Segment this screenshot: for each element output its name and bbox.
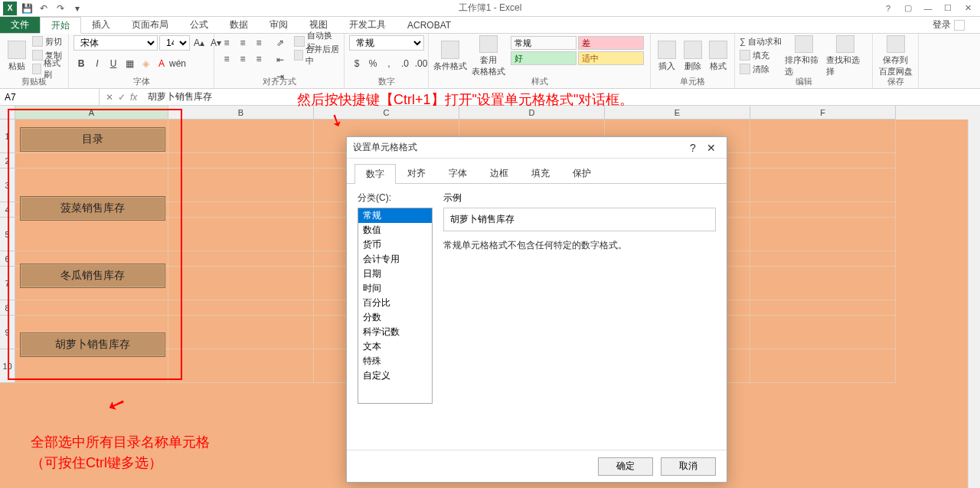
style-neutral[interactable]: 适中 — [578, 51, 644, 65]
dec-decimal-icon[interactable]: .00 — [413, 56, 429, 71]
conditional-format-button[interactable]: 条件格式 — [433, 35, 467, 77]
dialog-tab-fill[interactable]: 填充 — [520, 163, 561, 183]
font-size-select[interactable]: 14 — [159, 35, 190, 51]
align-right-icon[interactable]: ≡ — [251, 51, 266, 67]
cell[interactable] — [168, 316, 314, 349]
dialog-tab-protect[interactable]: 保护 — [561, 163, 603, 183]
tab-layout[interactable]: 页面布局 — [121, 17, 179, 33]
row-header[interactable]: 3 — [0, 169, 15, 202]
cell[interactable] — [750, 316, 896, 349]
cell[interactable] — [168, 169, 314, 202]
number-format-select[interactable]: 常规 — [349, 35, 424, 51]
style-bad[interactable]: 差 — [578, 36, 644, 50]
category-item[interactable]: 百分比 — [358, 296, 432, 310]
tab-insert[interactable]: 插入 — [81, 17, 121, 33]
category-item[interactable]: 时间 — [358, 281, 432, 296]
insert-cells-button[interactable]: 插入 — [655, 35, 678, 77]
cell[interactable] — [750, 153, 896, 169]
vertical-scrollbar[interactable] — [968, 120, 980, 488]
fill-button[interactable]: 填充 — [740, 49, 782, 61]
cell[interactable] — [168, 153, 314, 169]
ok-button[interactable]: 确定 — [598, 457, 653, 476]
name-box[interactable]: A7 — [0, 89, 100, 105]
category-item[interactable]: 自定义 — [358, 368, 432, 383]
tab-file[interactable]: 文件 — [0, 17, 40, 33]
cell[interactable] — [168, 218, 314, 251]
col-header-f[interactable]: F — [750, 106, 896, 120]
category-item[interactable]: 文本 — [358, 339, 432, 354]
help-icon[interactable]: ? — [879, 2, 897, 15]
qat-more-icon[interactable]: ▾ — [70, 2, 84, 15]
percent-icon[interactable]: % — [365, 56, 381, 71]
row-header[interactable]: 9 — [0, 316, 15, 349]
merge-button[interactable]: 合并后居中 — [294, 49, 339, 61]
cell[interactable] — [168, 202, 314, 218]
category-item[interactable]: 数值 — [358, 223, 432, 237]
category-item[interactable]: 分数 — [358, 310, 432, 325]
italic-button[interactable]: I — [90, 56, 105, 71]
cancel-button[interactable]: 取消 — [661, 457, 716, 476]
tab-dev[interactable]: 开发工具 — [338, 17, 397, 33]
dialog-help-icon[interactable]: ? — [684, 142, 702, 154]
directory-button-3[interactable]: 冬瓜销售库存 — [20, 264, 165, 288]
close-icon[interactable]: ✕ — [959, 2, 977, 15]
col-header-b[interactable]: B — [168, 106, 314, 120]
row-header[interactable]: 10 — [0, 349, 15, 383]
increase-font-icon[interactable]: A▴ — [191, 35, 207, 51]
cancel-fx-icon[interactable]: ✕ — [106, 92, 113, 103]
cell[interactable] — [168, 267, 314, 300]
directory-button-1[interactable]: 目录 — [20, 127, 165, 152]
row-header[interactable]: 7 — [0, 267, 15, 300]
sort-filter-button[interactable]: 排序和筛选 — [785, 35, 823, 77]
tab-home[interactable]: 开始 — [40, 17, 81, 34]
dialog-close-icon[interactable]: ✕ — [702, 142, 720, 154]
indent-dec-icon[interactable]: ⇤ — [273, 52, 288, 67]
dialog-tab-align[interactable]: 对齐 — [396, 163, 437, 183]
category-item[interactable]: 特殊 — [358, 354, 432, 368]
category-list[interactable]: 常规数值货币会计专用日期时间百分比分数科学记数文本特殊自定义 — [358, 208, 433, 404]
dialog-tab-font[interactable]: 字体 — [437, 163, 479, 183]
maximize-icon[interactable]: ☐ — [939, 2, 957, 15]
category-item[interactable]: 会计专用 — [358, 252, 432, 267]
category-item[interactable]: 货币 — [358, 237, 432, 252]
format-cells-button[interactable]: 格式 — [707, 35, 730, 77]
tab-review[interactable]: 审阅 — [259, 17, 299, 33]
underline-button[interactable]: U — [106, 56, 121, 71]
paste-button[interactable]: 粘贴 — [5, 35, 29, 77]
fx-icon[interactable]: fx — [130, 92, 137, 103]
row-header[interactable]: 2 — [0, 153, 15, 169]
align-bottom-icon[interactable]: ≡ — [251, 35, 266, 51]
row-header[interactable]: 6 — [0, 251, 15, 267]
cell[interactable] — [750, 300, 896, 316]
cell[interactable] — [168, 300, 314, 316]
cell[interactable] — [750, 267, 896, 300]
cell[interactable] — [750, 251, 896, 267]
col-header-a[interactable]: A — [15, 106, 168, 120]
cut-button[interactable]: 剪切 — [32, 35, 64, 47]
dialog-tab-border[interactable]: 边框 — [479, 163, 520, 183]
cell[interactable] — [750, 218, 896, 251]
cell[interactable] — [15, 218, 168, 251]
align-center-icon[interactable]: ≡ — [235, 51, 250, 67]
tab-formulas[interactable]: 公式 — [179, 17, 219, 33]
dialog-tab-number[interactable]: 数字 — [354, 164, 396, 184]
find-select-button[interactable]: 查找和选择 — [826, 35, 864, 77]
tab-data[interactable]: 数据 — [219, 17, 259, 33]
category-item[interactable]: 常规 — [358, 208, 432, 223]
baidu-save-button[interactable]: 保存到 百度网盘 — [877, 35, 913, 77]
align-top-icon[interactable]: ≡ — [219, 35, 234, 51]
cell[interactable] — [750, 349, 896, 383]
save-icon[interactable]: 💾 — [20, 2, 34, 15]
currency-icon[interactable]: $ — [349, 56, 364, 71]
bold-button[interactable]: B — [74, 56, 89, 71]
inc-decimal-icon[interactable]: .0 — [397, 56, 413, 71]
row-header[interactable]: 1 — [0, 120, 15, 153]
cell[interactable] — [168, 120, 314, 153]
cell[interactable] — [168, 251, 314, 267]
row-header[interactable]: 4 — [0, 202, 15, 218]
font-name-select[interactable]: 宋体 — [74, 35, 158, 51]
align-middle-icon[interactable]: ≡ — [235, 35, 250, 51]
style-good[interactable]: 好 — [511, 51, 577, 65]
delete-cells-button[interactable]: 删除 — [681, 35, 704, 77]
select-all-corner[interactable] — [0, 106, 15, 120]
